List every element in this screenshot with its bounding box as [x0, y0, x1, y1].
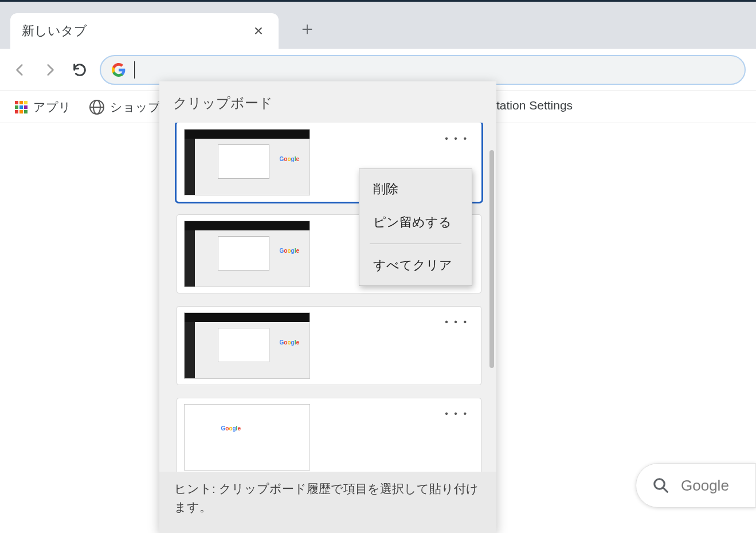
clipboard-item[interactable]: Google • • •	[177, 306, 481, 385]
bookmark-shop[interactable]: ショップ	[89, 99, 160, 115]
search-pill[interactable]: Google	[636, 463, 756, 508]
clipboard-item[interactable]: Google • • •	[177, 398, 481, 472]
scrollbar[interactable]	[489, 150, 494, 437]
new-tab-button[interactable]	[295, 17, 320, 42]
svg-line-1	[663, 488, 668, 492]
menu-separator	[370, 244, 461, 244]
back-button[interactable]	[10, 60, 30, 80]
close-icon[interactable]: ×	[250, 22, 267, 40]
address-input[interactable]	[143, 62, 734, 77]
apps-label: アプリ	[33, 99, 71, 115]
apps-shortcut[interactable]: アプリ	[15, 99, 71, 115]
bookmark-shop-label: ショップ	[110, 99, 160, 115]
browser-tab[interactable]: 新しいタブ ×	[10, 13, 279, 49]
plus-icon	[301, 23, 314, 36]
menu-clear-all[interactable]: すべてクリア	[359, 249, 472, 282]
menu-pin[interactable]: ピン留めする	[359, 206, 472, 239]
reload-button[interactable]	[70, 60, 89, 80]
forward-button[interactable]	[40, 60, 60, 80]
clipboard-thumbnail: Google	[184, 129, 310, 195]
reload-icon	[72, 62, 88, 78]
apps-icon	[15, 101, 28, 113]
globe-icon	[89, 100, 104, 115]
more-icon[interactable]: • • •	[445, 409, 468, 419]
clipboard-panel: クリップボード Google • • • Google • • • Google…	[159, 81, 496, 533]
google-icon	[111, 62, 126, 77]
more-icon[interactable]: • • •	[445, 134, 468, 144]
clipboard-title: クリップボード	[159, 81, 496, 123]
tab-strip: 新しいタブ ×	[0, 2, 756, 49]
tab-title: 新しいタブ	[22, 22, 250, 40]
more-icon[interactable]: • • •	[445, 317, 468, 327]
clipboard-thumbnail: Google	[184, 312, 310, 379]
address-bar[interactable]	[100, 55, 746, 85]
menu-delete[interactable]: 削除	[359, 173, 472, 206]
context-menu: 削除 ピン留めする すべてクリア	[359, 168, 472, 286]
bookmark-partial-right[interactable]: tation Settings	[496, 99, 573, 112]
clipboard-thumbnail: Google	[184, 221, 310, 287]
clipboard-thumbnail: Google	[184, 404, 310, 471]
search-icon	[652, 477, 669, 494]
scrollbar-thumb[interactable]	[489, 150, 494, 368]
text-cursor	[134, 61, 135, 79]
search-placeholder: Google	[681, 477, 729, 495]
arrow-right-icon	[42, 62, 57, 77]
clipboard-hint: ヒント: クリップボード履歴で項目を選択して貼り付けます。	[159, 472, 496, 533]
arrow-left-icon	[13, 62, 28, 77]
